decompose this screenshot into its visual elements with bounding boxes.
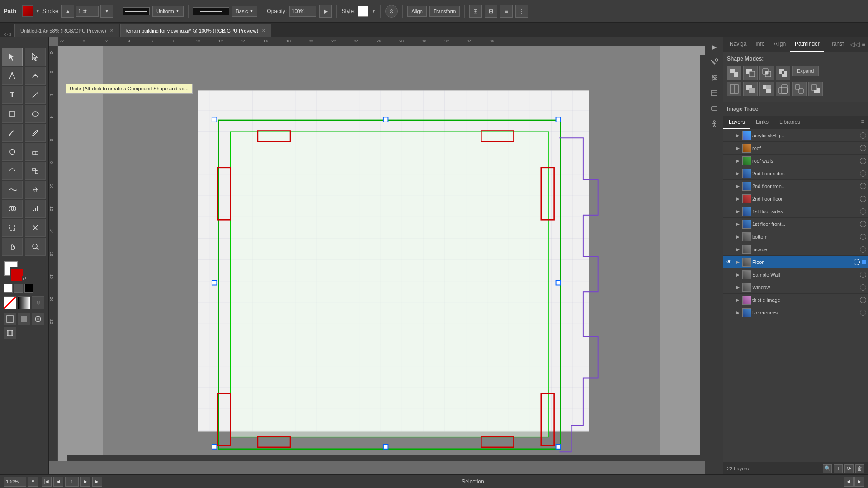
exclude-btn[interactable] [776, 66, 790, 80]
layer-target-2ndsidesb[interactable] [860, 170, 866, 177]
layer-vis-2ndsidesb[interactable] [725, 169, 733, 178]
layer-2ndsidesb[interactable]: ▶ 2nd floor sides [723, 167, 868, 180]
prev-page-btn[interactable]: ◀ [53, 477, 63, 487]
layer-references[interactable]: ▶ References [723, 306, 868, 319]
style-arrow[interactable]: ▼ [371, 9, 376, 14]
layer-expand-acrylic[interactable]: ▶ [734, 132, 741, 139]
layer-expand-references[interactable]: ▶ [734, 309, 741, 316]
layer-window[interactable]: ▶ Window [723, 281, 868, 294]
vertical-scrollbar[interactable] [700, 55, 705, 455]
layer-roofwalls[interactable]: ▶ roof walls [723, 155, 868, 167]
last-page-btn[interactable]: ▶| [92, 477, 102, 487]
stroke-input[interactable] [76, 6, 99, 17]
merge-btn[interactable] [760, 82, 774, 96]
uniform-dropdown[interactable]: Uniform ▼ [152, 6, 183, 17]
zoom-tool[interactable] [25, 238, 46, 256]
layer-vis-window[interactable] [725, 283, 733, 291]
opacity-input[interactable] [289, 6, 316, 17]
layer-vis-roofwalls[interactable] [725, 157, 733, 165]
view-btn-2[interactable] [18, 313, 30, 325]
rect-icon-btn[interactable] [708, 102, 721, 115]
curvature-tool[interactable] [25, 67, 46, 85]
trim-btn[interactable] [743, 82, 758, 96]
layer-expand-floor[interactable]: ▶ [734, 258, 741, 266]
opacity-more-btn[interactable]: ▶ [319, 5, 332, 18]
layer-expand-1stside[interactable]: ▶ [734, 208, 741, 215]
tab-untitled[interactable]: Untitled-1 @ 58% (RGB/GPU Preview) ✕ [14, 24, 119, 37]
next-page-btn[interactable]: ▶ [80, 477, 90, 487]
hand-tool[interactable] [2, 238, 23, 256]
layer-expand-window[interactable]: ▶ [734, 284, 741, 291]
layer-target-facade[interactable] [860, 246, 866, 253]
rotate-tool[interactable] [2, 162, 23, 180]
layer-bottom[interactable]: ▶ bottom [723, 230, 868, 243]
type-tool[interactable]: T [2, 86, 23, 104]
layer-target-references[interactable] [860, 310, 866, 316]
view-btn-4[interactable] [4, 327, 16, 339]
layer-expand-2ndfronb[interactable]: ▶ [734, 183, 741, 190]
adjust-icon-btn[interactable] [708, 71, 721, 84]
layer-vis-bottom[interactable] [725, 233, 733, 241]
layers-add-btn[interactable]: + [834, 464, 843, 473]
tab-transf[interactable]: Transf [824, 37, 849, 52]
tab-info[interactable]: Info [751, 37, 769, 52]
layer-vis-2ndfloor[interactable] [725, 195, 733, 203]
white-swatch[interactable] [4, 284, 13, 293]
chart-tool[interactable] [25, 200, 46, 218]
pattern-btn[interactable]: ≋ [32, 296, 44, 309]
pencil-tool[interactable] [25, 124, 46, 142]
layer-floor[interactable]: 👁 ▶ Floor [723, 256, 868, 268]
line-tool[interactable] [25, 86, 46, 104]
layer-expand-1stfron[interactable]: ▶ [734, 221, 741, 228]
layer-2ndfronb[interactable]: ▶ 2nd floor fron... [723, 180, 868, 192]
layer-target-window[interactable] [860, 284, 866, 291]
tab-align[interactable]: Align [769, 37, 790, 52]
view-btn-1[interactable] [4, 313, 16, 325]
tab-pathfinder[interactable]: Pathfinder [790, 37, 824, 52]
extra-btn-2[interactable]: ⊟ [485, 5, 497, 18]
align-btn[interactable]: Align [407, 6, 426, 17]
extra-btn-4[interactable]: ⋮ [515, 5, 528, 18]
basic-dropdown[interactable]: Basic ▼ [232, 6, 258, 17]
style-preview-box[interactable] [358, 6, 368, 17]
layers-menu-btn[interactable]: ≡ [857, 116, 868, 127]
brush-tool[interactable] [2, 124, 23, 142]
panel-menu-icon[interactable]: ≡ [862, 41, 865, 48]
layer-expand-roofwalls[interactable]: ▶ [734, 157, 741, 164]
divide-btn[interactable] [727, 82, 741, 96]
layer-target-2ndfronb[interactable] [860, 183, 866, 189]
select-tool[interactable] [2, 48, 23, 66]
layers-search-btn[interactable]: 🔍 [823, 464, 832, 473]
tab-libraries[interactable]: Libraries [774, 116, 806, 129]
canvas-background[interactable] [58, 46, 705, 461]
direct-select-tool[interactable] [25, 48, 46, 66]
layer-vis-floor[interactable]: 👁 [725, 258, 733, 266]
rect-tool[interactable] [2, 105, 23, 123]
panel-collapse-icon[interactable]: ◁◁ [850, 41, 860, 48]
layer-expand-bottom[interactable]: ▶ [734, 233, 741, 240]
style-icon-btn[interactable]: ⊙ [385, 5, 398, 18]
extra-btn-3[interactable]: ≡ [500, 5, 513, 18]
tab-terrain-close[interactable]: ✕ [262, 28, 265, 33]
tab-layers[interactable]: Layers [723, 116, 750, 129]
layer-vis-1stfron[interactable] [725, 220, 733, 228]
scroll-right-btn[interactable]: ▶ [854, 477, 864, 487]
black-swatch[interactable] [24, 284, 33, 293]
tab-naviga[interactable]: Naviga [725, 37, 751, 52]
layer-vis-facade[interactable] [725, 245, 733, 253]
stroke-down-btn[interactable]: ▼ [100, 5, 113, 18]
layer-target-roofwalls[interactable] [860, 158, 866, 164]
layer-target-samplewall[interactable] [860, 272, 866, 278]
layer-expand-facade[interactable]: ▶ [734, 246, 741, 253]
layer-vis-2ndfronb[interactable] [725, 182, 733, 190]
horizontal-scrollbar[interactable] [67, 455, 705, 461]
layer-target-1stside[interactable] [860, 208, 866, 215]
layer-expand-2ndfloor[interactable]: ▶ [734, 195, 741, 202]
page-number-input[interactable] [65, 477, 79, 487]
ellipse-tool[interactable] [25, 105, 46, 123]
zoom-dropdown-btn[interactable]: ▼ [28, 477, 38, 487]
layer-vis-1stside[interactable] [725, 207, 733, 216]
layer-target-bottom[interactable] [860, 234, 866, 240]
layer-thistle[interactable]: ▶ thistle image [723, 294, 868, 306]
layer-vis-references[interactable] [725, 309, 733, 317]
